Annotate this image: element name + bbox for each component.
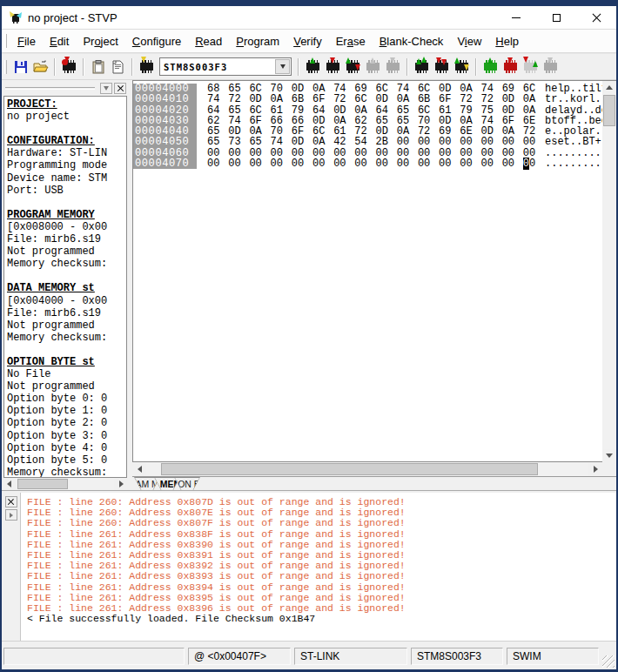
hex-byte[interactable]: 6C — [354, 94, 375, 104]
hex-byte[interactable]: 74 — [271, 137, 292, 147]
menu-erase[interactable]: Erase — [329, 32, 373, 50]
rebar-gripper[interactable] — [4, 60, 7, 74]
verify-tab-button[interactable] — [343, 57, 363, 77]
auto-read-button[interactable] — [480, 57, 500, 77]
hex-byte[interactable]: 0D — [376, 94, 397, 104]
menu-file[interactable]: File — [10, 32, 43, 50]
program-all-tabs-button[interactable] — [432, 57, 452, 77]
hex-byte[interactable]: 00 — [292, 158, 312, 169]
maximize-button[interactable] — [536, 6, 576, 29]
hex-byte[interactable]: 6B — [418, 94, 439, 104]
tab-option-byte[interactable]: OPTION BYTEOPTION BYTE — [174, 477, 200, 490]
hex-byte[interactable]: 00 — [249, 158, 270, 169]
sidebar-horizontal-scrollbar[interactable] — [2, 478, 128, 490]
menu-configure[interactable]: Configure — [125, 32, 188, 50]
hex-ascii[interactable]: ................ — [545, 158, 602, 169]
read-tab-button[interactable] — [303, 57, 323, 77]
hex-byte[interactable]: 74 — [207, 94, 228, 104]
blank-check-tab-button[interactable] — [383, 57, 403, 77]
panel-close-button[interactable] — [114, 83, 126, 94]
hex-horizontal-scrollbar[interactable] — [132, 462, 602, 476]
scrollbar-thumb[interactable] — [603, 95, 615, 126]
menu-verify[interactable]: Verify — [286, 32, 329, 50]
scrollbar-track[interactable] — [602, 94, 616, 449]
hex-byte[interactable]: 00 — [480, 137, 501, 147]
hex-ascii[interactable]: tr..korl..korr.. — [545, 94, 602, 104]
hex-byte[interactable]: 0A — [397, 94, 418, 104]
hex-editor[interactable]: 0000400068656C700D0A74696C746C0D0A74696C… — [132, 80, 602, 462]
file-report-button[interactable] — [108, 57, 128, 77]
hex-byte[interactable]: 00 — [502, 137, 523, 147]
scrollbar-track[interactable] — [146, 462, 588, 476]
dock-gripper[interactable] — [5, 87, 95, 90]
hex-byte[interactable]: 00 — [523, 137, 544, 147]
menu-help[interactable]: Help — [488, 32, 526, 50]
hex-byte[interactable]: 72 — [228, 94, 249, 104]
erase-tab-button[interactable] — [363, 57, 383, 77]
scrollbar-thumb[interactable] — [161, 463, 538, 475]
scroll-left-button[interactable] — [2, 478, 16, 490]
hex-byte[interactable]: 00 — [439, 158, 460, 169]
minimize-button[interactable] — [496, 6, 536, 29]
hex-byte[interactable]: 6F — [439, 94, 460, 104]
hex-byte[interactable]: 00 — [460, 137, 480, 147]
compare-button[interactable] — [521, 57, 541, 77]
scroll-right-button[interactable] — [588, 462, 602, 476]
hex-byte[interactable]: 00 — [376, 158, 397, 169]
hex-byte[interactable]: 00 — [228, 158, 249, 169]
hex-byte[interactable]: 00 — [397, 158, 418, 169]
log-close-button[interactable] — [5, 496, 17, 507]
read-all-tabs-button[interactable] — [412, 57, 432, 77]
hex-byte[interactable]: 00 — [271, 158, 292, 169]
device-combobox[interactable]: STM8S003F3 — [159, 57, 292, 76]
hex-byte[interactable]: 0A — [271, 94, 292, 104]
scrollbar-track[interactable] — [16, 478, 114, 490]
menu-view[interactable]: View — [450, 32, 488, 50]
save-button[interactable] — [10, 57, 30, 77]
scrollbar-thumb[interactable] — [17, 479, 68, 489]
device-setup-button[interactable] — [59, 57, 79, 77]
log-expand-button[interactable] — [5, 509, 17, 521]
paste-button[interactable] — [88, 57, 108, 77]
hex-ascii[interactable]: eset..BT+....... — [545, 137, 602, 147]
hex-byte[interactable]: 0D — [249, 94, 270, 104]
hex-byte[interactable]: 00 — [460, 158, 480, 169]
menu-read[interactable]: Read — [188, 32, 229, 50]
open-button[interactable] — [30, 57, 50, 77]
hex-byte[interactable]: 00 — [480, 158, 501, 169]
menu-program[interactable]: Program — [229, 32, 286, 50]
rebar-gripper[interactable] — [4, 34, 7, 48]
hex-ascii[interactable]: delayd..delayu.. — [545, 105, 602, 116]
hex-byte[interactable]: 00 — [502, 158, 523, 169]
hex-byte[interactable]: 6B — [292, 94, 312, 104]
program-tab-button[interactable] — [323, 57, 343, 77]
hex-byte[interactable]: 2B — [376, 137, 397, 147]
hex-ascii[interactable]: btoff..beep..ton — [545, 116, 602, 126]
panel-menu-button[interactable] — [100, 83, 112, 94]
hex-byte[interactable]: 00 — [439, 137, 460, 147]
hex-byte[interactable]: 72 — [480, 94, 501, 104]
hex-byte[interactable]: 00 — [418, 158, 439, 169]
scroll-right-button[interactable] — [114, 478, 128, 490]
auto-program-button[interactable] — [500, 57, 521, 77]
hex-byte[interactable]: 72 — [460, 94, 480, 104]
combobox-dropdown-button[interactable] — [275, 59, 290, 74]
menu-blank-check[interactable]: Blank-Check — [373, 32, 451, 50]
hex-byte[interactable]: 65 — [207, 137, 228, 147]
hex-byte[interactable]: 0D — [292, 137, 312, 147]
scroll-up-button[interactable] — [602, 81, 616, 94]
hex-cursor[interactable]: 0 — [523, 158, 529, 170]
hex-byte[interactable]: 00 — [397, 137, 418, 147]
hex-vertical-scrollbar[interactable] — [602, 80, 616, 462]
hex-byte[interactable]: 00 — [418, 137, 439, 147]
hex-byte[interactable]: 72 — [333, 94, 354, 104]
hex-byte[interactable]: 00 — [354, 158, 375, 169]
spare-button[interactable] — [541, 57, 561, 77]
hex-ascii[interactable]: ................ — [545, 148, 602, 158]
resize-grip[interactable] — [602, 655, 615, 668]
hex-ascii[interactable]: help..tiltl..til — [545, 84, 602, 94]
hex-ascii[interactable]: e..polar..rin..r — [545, 126, 602, 137]
hex-byte[interactable]: 00 — [523, 158, 544, 169]
hex-byte[interactable]: 0A — [312, 137, 333, 147]
hex-byte[interactable]: 00 — [333, 158, 354, 169]
